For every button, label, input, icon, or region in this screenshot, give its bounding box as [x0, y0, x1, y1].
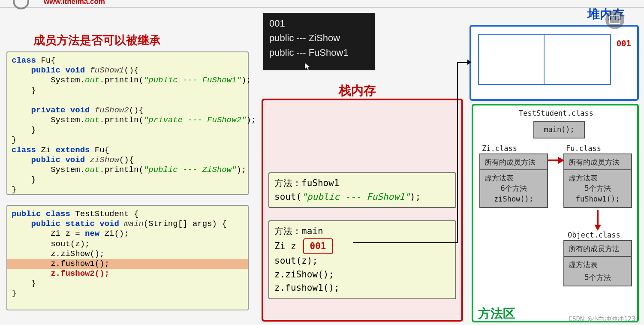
overlay-icon: [605, 10, 624, 29]
watermark: CSDN @小白冲冲冲123: [569, 315, 635, 323]
stack-frame-fushow1: 方法：fuShow1 sout("public --- FuShow1");: [268, 172, 456, 208]
class-label: Object.class: [568, 231, 620, 239]
console-line: public --- ZiShow: [269, 31, 369, 45]
section-title: 成员方法是否可以被继承: [33, 33, 161, 48]
code-class-fu-zi: class Fu{ public void fuShow1(){ System.…: [6, 51, 249, 195]
class-label: Fu.class: [566, 144, 601, 153]
method-area-title: 方法区: [478, 305, 515, 322]
code-test-student: public class TestStudent { public static…: [6, 205, 249, 310]
object-class-box: 所有的成员方法 虚方法表 5个方法: [563, 240, 632, 286]
heap-object: [478, 34, 611, 85]
stack-title: 栈内存: [339, 82, 376, 99]
arrow-line: [597, 210, 599, 226]
method-area: TestStudent.class main(); Zi.class 所有的成员…: [472, 104, 639, 322]
arrow-line: [457, 62, 469, 63]
stack-frame-main: 方法：main Zi z001 sout(z); z.ziShow(); z.f…: [268, 220, 456, 299]
logo-icon: [13, 0, 29, 9]
mouse-cursor-icon: [304, 63, 310, 69]
arrow-line: [353, 242, 458, 243]
arrow-head-icon: [467, 60, 472, 65]
console-line: public --- FuShow1: [269, 45, 369, 60]
address-chip: 001: [303, 238, 333, 255]
arrow-head-icon: [594, 225, 601, 231]
class-label: Zi.class: [482, 144, 517, 153]
class-label: TestStudent.class: [519, 109, 593, 117]
heap-memory: 001: [469, 25, 639, 101]
console-line: 001: [269, 16, 369, 31]
heap-address: 001: [617, 39, 631, 48]
heap-cell: [545, 34, 611, 85]
arrow-line: [457, 62, 458, 243]
main-method: main();: [533, 121, 585, 138]
fu-class-box: 所有的成员方法 虚方法表 5个方法 fuShow1();: [563, 153, 632, 208]
zi-class-box: 所有的成员方法 虚方法表 6个方法 ziShow();: [479, 153, 548, 208]
heap-cell: [478, 34, 545, 85]
stack-memory: 方法：fuShow1 sout("public --- FuShow1"); 方…: [262, 99, 463, 322]
site-url: www.itheima.com: [44, 0, 105, 6]
arrow-line: [548, 159, 559, 161]
console-output: 001 public --- ZiShow public --- FuShow1: [263, 13, 375, 70]
highlighted-line: z.fushow1();: [7, 259, 248, 269]
arrow-head-icon: [558, 157, 564, 164]
